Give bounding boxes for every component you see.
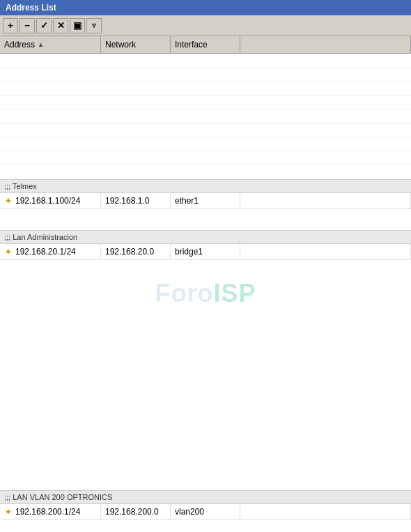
table-row[interactable]: ✦ 192.168.200.1/24 192.168.200.0 vlan200 [0, 504, 411, 520]
row-active-icon: ✦ [4, 506, 13, 517]
cell-extra [240, 244, 411, 259]
row-active-icon: ✦ [4, 195, 13, 206]
title-bar-label: Address List [6, 3, 56, 13]
empty-top-region [0, 54, 411, 179]
cell-address: ✦ 192.168.20.1/24 [0, 244, 101, 259]
column-extra [240, 36, 411, 53]
section-header-vlan200: ;;; LAN VLAN 200 OPTRONICS [0, 490, 411, 504]
cell-address: ✦ 192.168.1.100/24 [0, 193, 101, 208]
remove-button[interactable]: − [20, 18, 35, 33]
column-interface[interactable]: Interface [171, 36, 240, 53]
cell-interface: ether1 [171, 193, 240, 208]
row-active-icon: ✦ [4, 246, 13, 257]
table-body[interactable]: ForoISP ;;; Telmex ✦ 192.168.1.100/24 19… [0, 54, 411, 532]
empty-middle-region [0, 260, 411, 490]
cell-network: 192.168.200.0 [101, 504, 171, 519]
column-network[interactable]: Network [101, 36, 171, 53]
cell-network: 192.168.20.0 [101, 244, 171, 259]
table-row[interactable]: ✦ 192.168.1.100/24 192.168.1.0 ether1 [0, 193, 411, 209]
cell-interface: bridge1 [171, 244, 240, 259]
table-row[interactable]: ✦ 192.168.20.1/24 192.168.20.0 bridge1 [0, 244, 411, 260]
sort-arrow-icon: ▲ [38, 41, 44, 48]
column-address[interactable]: Address ▲ [0, 36, 101, 53]
table-header: Address ▲ Network Interface [0, 36, 411, 54]
add-button[interactable]: + [3, 18, 18, 33]
cell-extra [240, 504, 411, 519]
cell-network: 192.168.1.0 [101, 193, 171, 208]
toolbar: + − ✓ ✕ ▣ ▿ [0, 15, 411, 36]
cell-extra [240, 193, 411, 208]
disable-button[interactable]: ✕ [53, 18, 68, 33]
filter-button[interactable]: ▿ [86, 18, 102, 33]
section-header-lan-admin: ;;; Lan Administracion [0, 230, 411, 244]
spacer-1 [0, 209, 411, 230]
section-header-telmex: ;;; Telmex [0, 179, 411, 193]
cell-interface: vlan200 [171, 504, 240, 519]
cell-address: ✦ 192.168.200.1/24 [0, 504, 101, 519]
enable-button[interactable]: ✓ [36, 18, 52, 33]
title-bar: Address List [0, 0, 411, 15]
copy-button[interactable]: ▣ [70, 18, 85, 33]
